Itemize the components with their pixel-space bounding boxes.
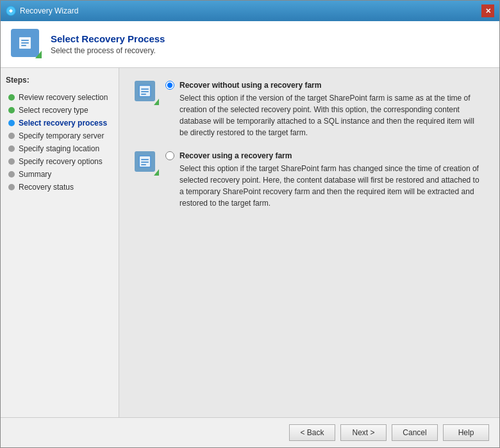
option-1-arrow: [154, 99, 159, 105]
step-dot-3: [8, 120, 15, 126]
cancel-button[interactable]: Cancel: [392, 424, 438, 441]
option-2-icon: [135, 151, 158, 174]
sidebar-item-recovery-status[interactable]: Recovery status: [6, 181, 113, 194]
sidebar-item-label-1: Review recovery selection: [19, 93, 108, 102]
sidebar-steps-label: Steps:: [6, 76, 113, 85]
svg-rect-14: [141, 162, 149, 163]
option-1-title[interactable]: Recover without using a recovery farm: [179, 81, 321, 90]
header-area: Select Recovery Process Select the proce…: [1, 21, 499, 68]
sidebar-item-specify-recovery-options[interactable]: Specify recovery options: [6, 155, 113, 168]
sidebar-item-label-6: Specify recovery options: [19, 157, 103, 166]
header-title: Select Recovery Process: [51, 33, 165, 44]
title-bar-left: Recovery Wizard: [6, 6, 78, 16]
header-text: Select Recovery Process Select the proce…: [51, 33, 165, 55]
svg-rect-8: [141, 88, 149, 90]
header-subtitle: Select the process of recovery.: [51, 46, 165, 55]
option-1-content: Recover without using a recovery farm Se…: [165, 81, 484, 138]
title-bar: Recovery Wizard ✕: [1, 1, 499, 21]
option-2-label-row: Recover using a recovery farm: [165, 151, 484, 160]
main-area: Steps: Review recovery selection Select …: [1, 68, 499, 417]
step-dot-5: [8, 145, 15, 152]
step-dot-4: [8, 133, 15, 139]
svg-rect-3: [21, 40, 29, 41]
sidebar: Steps: Review recovery selection Select …: [1, 68, 119, 417]
option-2-description: Select this option if the target SharePo…: [165, 163, 484, 209]
sidebar-item-label-4: Specify temporary server: [19, 131, 104, 140]
header-icon-arrow: [35, 51, 42, 58]
sidebar-item-label-3: Select recovery process: [19, 119, 107, 128]
svg-rect-5: [21, 45, 26, 46]
back-button[interactable]: < Back: [289, 424, 335, 441]
close-button[interactable]: ✕: [481, 4, 494, 17]
option-2-content: Recover using a recovery farm Select thi…: [165, 151, 484, 209]
window-title: Recovery Wizard: [20, 6, 78, 15]
step-dot-7: [8, 171, 15, 178]
sidebar-item-label-7: Summary: [19, 170, 51, 179]
recovery-wizard-window: Recovery Wizard ✕ Select Recovery Proces…: [0, 0, 500, 448]
option-1-label-row: Recover without using a recovery farm: [165, 81, 484, 90]
sidebar-item-label-8: Recovery status: [19, 183, 74, 192]
sidebar-item-specify-staging-location[interactable]: Specify staging location: [6, 142, 113, 155]
option-1-radio[interactable]: [165, 81, 174, 90]
header-icon-svg: [16, 34, 34, 52]
svg-rect-9: [141, 91, 149, 92]
svg-rect-4: [21, 42, 29, 44]
step-dot-1: [8, 94, 15, 101]
app-icon: [6, 6, 16, 16]
option-2-arrow: [154, 169, 159, 176]
svg-rect-15: [141, 164, 146, 165]
option-row-2: Recover using a recovery farm Select thi…: [135, 151, 484, 209]
header-icon: [11, 29, 42, 60]
option-1-icon: [135, 81, 158, 104]
option-2-title[interactable]: Recover using a recovery farm: [179, 151, 292, 160]
sidebar-item-label-5: Specify staging location: [19, 144, 99, 153]
step-dot-6: [8, 158, 15, 165]
sidebar-item-select-recovery-process[interactable]: Select recovery process: [6, 117, 113, 129]
sidebar-item-select-recovery-type[interactable]: Select recovery type: [6, 104, 113, 117]
step-dot-8: [8, 184, 15, 190]
sidebar-item-specify-temporary-server[interactable]: Specify temporary server: [6, 129, 113, 142]
sidebar-item-review-recovery-selection[interactable]: Review recovery selection: [6, 91, 113, 104]
footer: < Back Next > Cancel Help: [1, 417, 499, 447]
content-area: Recover without using a recovery farm Se…: [119, 68, 499, 417]
option-2-radio[interactable]: [165, 151, 174, 160]
option-row-1: Recover without using a recovery farm Se…: [135, 81, 484, 138]
sidebar-item-label-2: Select recovery type: [19, 106, 88, 115]
svg-rect-10: [141, 94, 146, 95]
sidebar-item-summary[interactable]: Summary: [6, 168, 113, 181]
step-dot-2: [8, 107, 15, 113]
next-button[interactable]: Next >: [340, 424, 387, 441]
option-1-description: Select this option if the version of the…: [165, 92, 484, 138]
svg-rect-13: [141, 159, 149, 160]
help-button[interactable]: Help: [443, 424, 489, 441]
